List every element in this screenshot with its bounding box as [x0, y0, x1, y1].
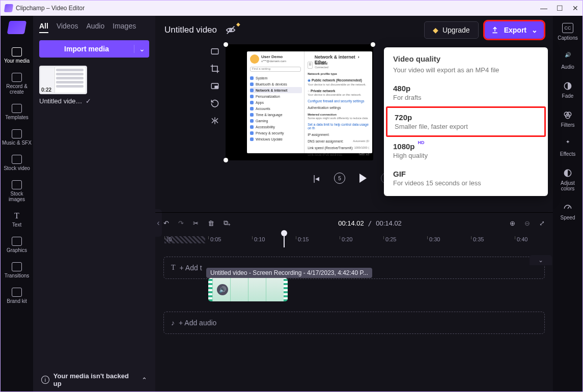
timeline-video-clip[interactable]: 🔊: [208, 278, 288, 301]
nav-stock-images[interactable]: Stock images: [2, 180, 32, 202]
prop-captions[interactable]: CCCaptions: [558, 23, 577, 41]
split-button[interactable]: ✂: [193, 219, 199, 227]
clipchamp-logo: [7, 21, 27, 34]
export-button[interactable]: Export ⌄: [485, 21, 544, 39]
clip-title: Untitled vide…: [39, 97, 82, 105]
rotate-icon[interactable]: [209, 98, 220, 108]
zoom-in-button[interactable]: ⊕: [510, 219, 515, 227]
nav-your-media[interactable]: Your media: [2, 47, 32, 64]
play-button[interactable]: [357, 173, 369, 184]
nav-graphics[interactable]: Graphics: [2, 237, 32, 253]
svg-rect-2: [211, 49, 218, 54]
title-bar: Clipchamp – Video Editor — ☐ ✕: [1, 1, 582, 16]
import-media-button[interactable]: Import media ⌄: [39, 40, 149, 58]
app-icon: [4, 4, 13, 12]
timeline: ↶ ↷ ✂ 🗑 ⧉₊ 00:14.02 / 00:14.02 ⊕ ⊖ ⤢ ⁞00…: [155, 212, 553, 391]
chevron-up-icon: ⌃: [142, 376, 147, 384]
nav-templates[interactable]: Templates: [2, 104, 32, 120]
playhead[interactable]: [284, 233, 285, 247]
editor-stage: Untitled video ◆ ◆ Upgrade Export: [155, 16, 553, 391]
timeline-ruler[interactable]: ⁞00:050:100:150:200:250:300:350:40: [155, 233, 553, 247]
undo-button[interactable]: ↶: [163, 219, 169, 227]
media-tab-images[interactable]: Images: [113, 22, 136, 33]
chevron-down-icon: ⌄: [532, 26, 538, 34]
upload-icon: [491, 26, 499, 34]
timecode: 00:14.02 / 00:14.02: [338, 219, 402, 227]
upgrade-button[interactable]: ◆ Upgrade: [424, 21, 479, 39]
gem-icon: ◆: [433, 26, 438, 34]
svg-line-10: [568, 207, 569, 209]
close-button[interactable]: ✕: [572, 4, 578, 12]
project-title[interactable]: Untitled video: [164, 25, 217, 35]
preview-tool-rail: [206, 46, 224, 126]
import-media-caret[interactable]: ⌄: [134, 45, 149, 53]
prop-audio[interactable]: 🔊Audio: [561, 52, 574, 70]
properties-drawer-toggle[interactable]: ⌄: [530, 255, 552, 265]
rewind-5s-button[interactable]: 5: [334, 173, 345, 184]
backup-warning[interactable]: i Your media isn't backed up ⌃: [37, 372, 151, 387]
prop-fade[interactable]: Fade: [562, 81, 574, 99]
export-option-1080p[interactable]: 1080pHD High quality: [384, 137, 548, 164]
visibility-icon[interactable]: ◆: [225, 24, 236, 36]
clip-audio-icon[interactable]: 🔊: [217, 284, 228, 295]
prop-filters[interactable]: Filters: [561, 110, 574, 128]
export-option-480p[interactable]: 480p For drafts: [384, 79, 548, 106]
media-tab-videos[interactable]: Videos: [57, 22, 78, 33]
info-icon: i: [41, 376, 49, 384]
crop-icon[interactable]: [209, 64, 220, 74]
popup-subtext: Your video will export as an MP4 file: [384, 66, 548, 79]
export-option-gif[interactable]: GIF For videos 15 seconds or less: [384, 164, 548, 192]
prop-effects[interactable]: ✦Effects: [560, 139, 575, 157]
nav-record-create[interactable]: Record & create: [2, 73, 32, 95]
minimize-button[interactable]: —: [540, 4, 547, 12]
popup-heading: Video quality: [384, 54, 548, 66]
media-tab-all[interactable]: All: [39, 22, 48, 33]
timeline-clip-label: Untitled video - Screen Recording - 4/17…: [206, 268, 372, 278]
audio-track-placeholder[interactable]: ♪ + Add audio: [163, 312, 545, 334]
window-title: Clipchamp – Video Editor: [16, 5, 85, 12]
clip-added-check-icon: ✓: [86, 97, 91, 105]
prop-adjust-colors[interactable]: Adjust colors: [561, 168, 575, 191]
export-option-720p[interactable]: 720p Smaller file, faster export: [386, 106, 546, 137]
nav-stock-video[interactable]: Stock video: [2, 155, 32, 171]
fit-icon[interactable]: [209, 46, 220, 57]
media-panel: All Videos Audio Images Import media ⌄ 0…: [33, 16, 155, 391]
redo-button[interactable]: ↷: [178, 219, 184, 227]
preview-frame-content: Network & internet › Ether User Demo u**…: [247, 51, 372, 153]
zoom-out-button[interactable]: ⊖: [524, 219, 530, 227]
maximize-button[interactable]: ☐: [557, 4, 563, 12]
right-properties-rail: CCCaptions 🔊Audio Fade Filters ✦Effects …: [553, 16, 582, 391]
clip-duration: 0:22: [41, 87, 51, 93]
svg-line-1: [227, 26, 235, 34]
skip-start-button[interactable]: |◂: [311, 173, 322, 184]
pip-icon[interactable]: [209, 81, 220, 91]
premium-gem-icon: ◆: [236, 21, 240, 27]
zoom-fit-button[interactable]: ⤢: [539, 219, 545, 227]
nav-text[interactable]: TText: [2, 211, 32, 228]
media-clip-thumbnail[interactable]: 0:22: [39, 66, 87, 94]
video-preview[interactable]: Network & internet › Ether User Demo u**…: [226, 44, 373, 160]
left-nav-rail: Your media Record & create Templates Mus…: [1, 16, 33, 391]
prop-speed[interactable]: Speed: [561, 203, 575, 220]
svg-rect-4: [215, 86, 217, 88]
nav-transitions[interactable]: Transitions: [2, 262, 32, 278]
flip-icon[interactable]: [209, 116, 220, 126]
delete-button[interactable]: 🗑: [208, 219, 214, 227]
nav-music-sfx[interactable]: Music & SFX: [2, 129, 32, 146]
duplicate-button[interactable]: ⧉₊: [224, 219, 230, 227]
media-tab-audio[interactable]: Audio: [86, 22, 104, 33]
export-quality-popup: Video quality Your video will export as …: [384, 47, 548, 196]
nav-brand-kit[interactable]: Brand kit: [2, 288, 32, 304]
